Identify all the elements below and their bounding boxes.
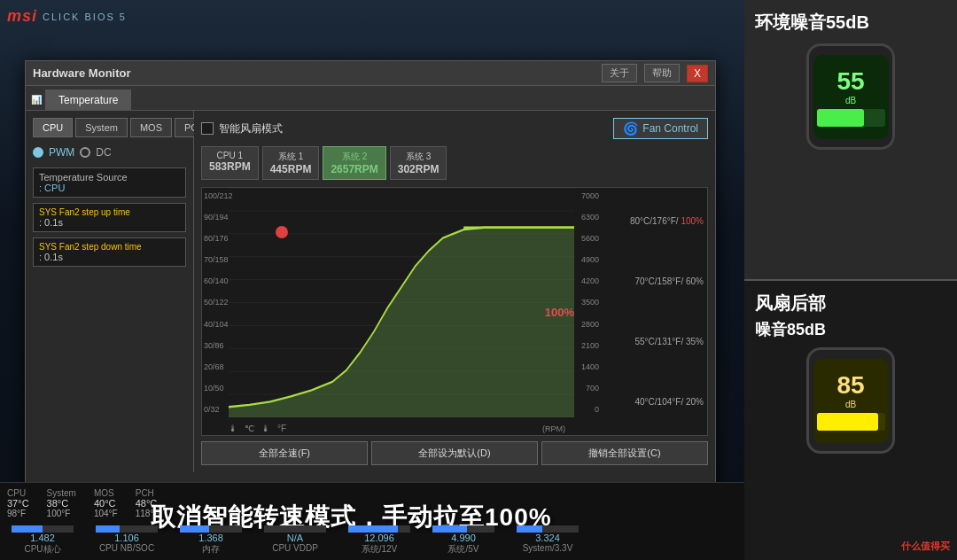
hw-title: Hardware Monitor (33, 66, 131, 80)
msi-logo: msi (7, 7, 37, 26)
mos-temp-sensor: MOS 40°C 104°F (94, 488, 118, 518)
right-label-2: 55°C/131°F/ 35% (604, 337, 704, 346)
watch-screen-1: 55 dB (813, 55, 889, 139)
fullspeed-button[interactable]: 全部全速(F) (201, 441, 368, 465)
bottom-actions: 全部全速(F) 全部设为默认(D) 撤销全部设置(C) (201, 441, 708, 465)
voltage-cpu-vddp: N/A CPU VDDP (260, 525, 331, 556)
percent-badge: 100% (545, 305, 574, 318)
watermark: 什么值得买 (901, 540, 950, 553)
smart-mode-text: 智能风扇模式 (219, 121, 283, 136)
voltage-cpu-core: 1.482 CPU核心 (7, 525, 78, 556)
right-panel-bottom: 风扇后部 噪音85dB 85 dB 什么值得买 (744, 281, 957, 560)
fan-back-label: 风扇后部 (755, 292, 946, 315)
right-panel: 智能风扇模式 🌀 Fan Control CPU 1 583RPM 系统 1 (194, 111, 715, 472)
fan-control-title: Fan Control (642, 122, 698, 135)
temp-f-label: °F (277, 424, 286, 433)
right-label-1: 70°C/158°F/ 60% (604, 276, 704, 286)
monitor-area: msi CLICK BIOS 5 Hardware Monitor 关于 帮助 … (0, 0, 744, 560)
system-sensor-temp-f: 100°F (47, 509, 76, 518)
sensor-tabs: CPU System MOS PCH (33, 118, 186, 137)
close-button[interactable]: X (687, 65, 708, 82)
smart-mode-checkbox[interactable] (201, 122, 214, 135)
dc-label: DC (96, 146, 111, 159)
bios-subtitle: CLICK BIOS 5 (43, 12, 127, 22)
voltage-cpu-nb: 1.106 CPU NB/SOC (91, 525, 162, 556)
pch-sensor-label: PCH (136, 488, 160, 498)
fan-step-up-box[interactable]: SYS Fan2 step up time : 0.1s (33, 203, 186, 232)
msi-header: msi CLICK BIOS 5 (7, 7, 127, 26)
hw-content: CPU System MOS PCH PWM DC Temperature So… (26, 111, 715, 472)
temp-source-value: : CPU (39, 183, 180, 193)
right-label-3: 40°C/104°F/ 20% (604, 397, 704, 407)
voltage-sys5v: 4.990 系统/5V (428, 525, 499, 556)
default-button[interactable]: 全部设为默认(D) (371, 441, 538, 465)
fan-btn-sys3[interactable]: 系统 3 302RPM (390, 146, 447, 180)
voltage-memory: 1.368 内存 (175, 525, 246, 556)
sensor-tab-system[interactable]: System (75, 118, 128, 137)
temp-source-box: Temperature Source : CPU (33, 167, 186, 198)
watch1-db-value: 55 (836, 67, 864, 96)
cpu-temp-sensor: CPU 37°C 98°F (7, 488, 29, 518)
right-side-panel: 环境噪音55dB 55 dB 风扇后部 噪音85dB 85 dB (744, 0, 957, 560)
fan-step-down-box[interactable]: SYS Fan2 step down time : 0.1s (33, 237, 186, 267)
tab-temperature[interactable]: Temperature (45, 89, 131, 110)
x-axis-label: (RPM) (542, 424, 565, 433)
watch-device-1: 55 dB (806, 43, 895, 150)
fan-btn-sys1[interactable]: 系统 1 445RPM (262, 146, 320, 180)
ambient-noise-label: 环境噪音55dB (755, 11, 946, 35)
sensor-tab-cpu[interactable]: CPU (33, 118, 73, 137)
fan-rpm-row: CPU 1 583RPM 系统 1 445RPM 系统 2 2657RPM 系统… (201, 146, 708, 180)
fan-chart: 100/212 90/194 80/176 70/158 60/140 50/1… (201, 187, 708, 436)
pwm-radio[interactable] (33, 147, 43, 158)
watch-screen-2: 85 dB (813, 359, 889, 443)
hw-tabs: 📊 Temperature (26, 86, 715, 111)
fan-back-sub: 噪音85dB (755, 319, 946, 340)
system-sensor-label: System (47, 488, 76, 498)
chart-main: 100/212 90/194 80/176 70/158 60/140 50/1… (202, 188, 601, 435)
mos-sensor-temp-f: 104°F (94, 509, 118, 518)
help-button[interactable]: 帮助 (644, 64, 680, 82)
right-label-0: 80°C/176°F/ 100% (604, 216, 704, 226)
y-axis-right: 7000 6300 5600 4900 4200 3500 2800 2100 … (581, 188, 599, 417)
thermometer-icon: 🌡 (229, 424, 237, 433)
fan-icon: 🌀 (623, 121, 638, 136)
sensor-values-row: CPU 37°C 98°F System 38°C 100°F MOS 40°C… (0, 483, 744, 524)
right-panel-top: 环境噪音55dB 55 dB (744, 0, 957, 281)
temp-c-label: ℃ (245, 424, 254, 433)
system-temp-sensor: System 38°C 100°F (47, 488, 76, 518)
pwm-label: PWM (49, 146, 74, 159)
chart-svg (229, 188, 574, 417)
watch2-db-value: 85 (836, 371, 864, 400)
fan-step-up-value: : 0.1s (39, 217, 180, 228)
mos-sensor-temp-c: 40°C (94, 498, 118, 509)
reset-button[interactable]: 撤销全部设置(C) (541, 441, 708, 465)
voltage-row: 1.482 CPU核心 1.106 CPU NB/SOC 1.368 内存 N/… (0, 524, 744, 557)
temp-source-title: Temperature Source (39, 172, 180, 183)
system-sensor-temp-c: 38°C (47, 498, 76, 509)
pwm-dc-row: PWM DC (33, 146, 186, 159)
sensor-tab-mos[interactable]: MOS (130, 118, 172, 137)
fan-step-down-value: : 0.1s (39, 252, 180, 262)
cpu-sensor-label: CPU (7, 488, 29, 498)
fan-btn-cpu1[interactable]: CPU 1 583RPM (201, 146, 259, 180)
dc-radio[interactable] (80, 147, 90, 158)
fan-step-down-title: SYS Fan2 step down time (39, 242, 180, 252)
voltage-sys12v: 12.096 系统/12V (344, 525, 415, 556)
smart-mode-label: 智能风扇模式 (201, 121, 283, 136)
watch2-db-unit: dB (845, 400, 856, 409)
fan-control-header: 智能风扇模式 🌀 Fan Control (201, 118, 708, 139)
chart-right-labels: 80°C/176°F/ 100% 70°C/158°F/ 60% 55°C/13… (601, 188, 707, 435)
hw-title-buttons: 关于 帮助 X (602, 64, 708, 82)
svg-marker-11 (229, 228, 574, 417)
thermometer-f-icon: 🌡 (261, 424, 270, 433)
watch-device-2: 85 dB (806, 347, 895, 454)
mos-sensor-label: MOS (94, 488, 118, 498)
hardware-monitor-window: Hardware Monitor 关于 帮助 X 📊 Temperature C… (25, 60, 716, 494)
fan-control-title-box: 🌀 Fan Control (613, 118, 708, 139)
cpu-sensor-temp-f: 98°F (7, 509, 29, 518)
left-panel: CPU System MOS PCH PWM DC Temperature So… (26, 111, 194, 472)
about-button[interactable]: 关于 (602, 64, 637, 82)
fan-step-up-title: SYS Fan2 step up time (39, 207, 180, 217)
watch1-db-unit: dB (845, 96, 856, 105)
fan-btn-sys2[interactable]: 系统 2 2657RPM (323, 146, 385, 180)
